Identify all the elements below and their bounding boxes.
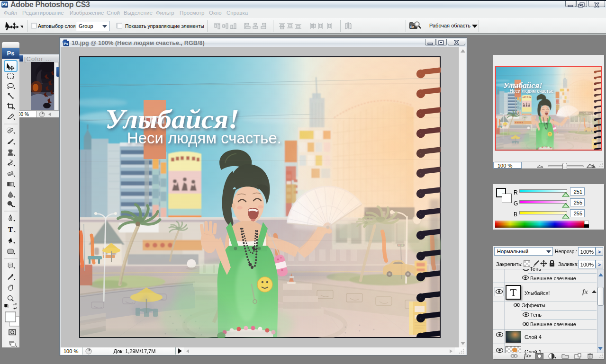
svg-text:▾: ▾	[554, 355, 556, 359]
svg-text:T: T	[8, 225, 13, 233]
svg-text:Ps: Ps	[64, 42, 68, 45]
svg-text:Br: Br	[410, 25, 414, 28]
